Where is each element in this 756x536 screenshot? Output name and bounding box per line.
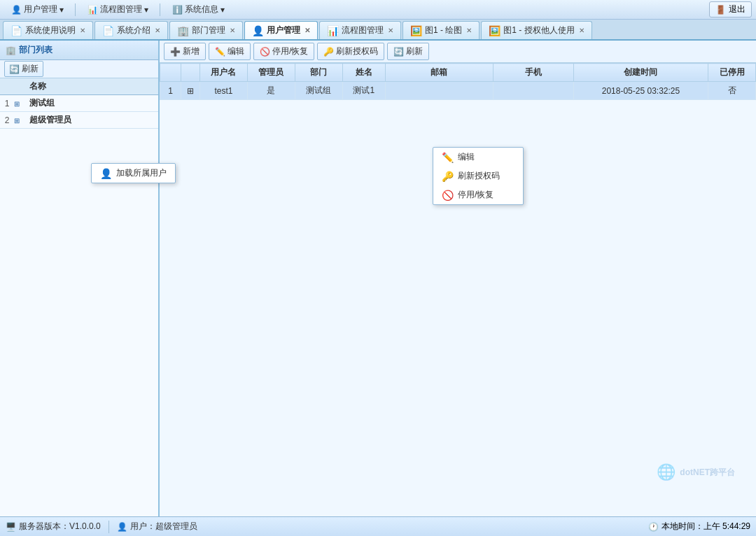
dept-row-1-expand[interactable]: ⊞ — [14, 99, 27, 108]
dept-row-2-name: 超级管理员 — [27, 114, 158, 126]
tab-close-user-mgmt[interactable]: ✕ — [304, 27, 310, 34]
status-user: 👤 用户：超级管理员 — [117, 521, 197, 533]
col-name: 姓名 — [342, 64, 385, 82]
status-sep-1 — [108, 521, 109, 533]
refresh-icon: 🔄 — [393, 47, 404, 57]
refresh-auth-button[interactable]: 🔑 刷新授权码 — [317, 43, 384, 60]
tab-bar: 📄 系统使用说明 ✕ 📄 系统介绍 ✕ 🏢 部门管理 ✕ 👤 用户管理 ✕ 📊 … — [0, 20, 756, 41]
dept-context-menu: 👤 加载所属用户 — [91, 163, 176, 183]
status-version: 🖥️ 服务器版本：V1.0.0.0 — [6, 521, 101, 533]
user-context-menu: ✏️ 编辑 🔑 刷新授权码 🚫 停用/恢复 — [433, 147, 524, 205]
user-row-1-expand[interactable]: ⊞ — [181, 82, 200, 100]
dept-table-header: 名称 — [0, 78, 158, 95]
user-row-1-admin: 是 — [247, 82, 295, 100]
ctx-refresh-auth-icon: 🔑 — [442, 171, 454, 182]
logout-icon: 🚪 — [715, 5, 726, 15]
user-row-1[interactable]: 1 ⊞ test1 是 测试组 测试1 2018-05-25 03:32:25 … — [160, 82, 756, 100]
col-created: 创建时间 — [573, 64, 708, 82]
disable-icon: 🚫 — [260, 47, 270, 57]
col-expand — [181, 64, 200, 82]
info-icon: ℹ️ — [172, 4, 183, 15]
tab-sys-intro[interactable]: 📄 系统介绍 ✕ — [94, 21, 168, 39]
logout-button[interactable]: 🚪 退出 — [709, 1, 752, 17]
dept-row-1-name: 测试组 — [27, 97, 158, 109]
tab-close-dept-mgmt[interactable]: ✕ — [230, 27, 235, 34]
ctx-edit-user[interactable]: ✏️ 编辑 — [433, 148, 523, 167]
menu-user-mgmt[interactable]: 👤 用户管理 ▾ — [4, 1, 70, 17]
dept-refresh-button[interactable]: 🔄 刷新 — [4, 61, 43, 77]
menu-flow-mgmt[interactable]: 📊 流程图管理 ▾ — [80, 1, 155, 17]
status-time: 🕐 本地时间：上午 5:44:29 — [648, 521, 750, 533]
right-toolbar: ➕ 新增 ✏️ 编辑 🚫 停用/恢复 🔑 刷新授权码 🔄 刷新 — [160, 41, 756, 63]
col-disabled: 已停用 — [708, 64, 756, 82]
dept-table: 名称 1 ⊞ 测试组 2 ⊞ 超级管理员 — [0, 78, 158, 516]
tab-close-sys-manual[interactable]: ✕ — [80, 27, 85, 34]
tab-icon-dept-mgmt: 🏢 — [177, 25, 189, 36]
add-icon: ➕ — [170, 47, 181, 57]
user-row-1-email — [385, 82, 493, 100]
dept-row-2-expand[interactable]: ⊞ — [14, 115, 27, 125]
edit-icon: ✏️ — [215, 47, 225, 57]
user-row-1-phone — [493, 82, 573, 100]
tab-flow-mgmt[interactable]: 📊 流程图管理 ✕ — [319, 21, 401, 39]
edit-user-button[interactable]: ✏️ 编辑 — [209, 43, 251, 60]
ctx-load-users-icon: 👤 — [100, 168, 112, 179]
tab-icon-sys-intro: 📄 — [102, 25, 114, 36]
main-area: 🏢 部门列表 🔄 刷新 名称 1 ⊞ 测试组 2 ⊞ 超级管理员 — [0, 41, 756, 516]
dept-row-2-num: 2 — [0, 115, 14, 125]
user-table: 用户名 管理员 部门 姓名 邮箱 手机 创建时间 已停用 1 ⊞ test1 — [160, 63, 756, 100]
user-row-1-name: 测试1 — [342, 82, 385, 100]
top-menubar: 👤 用户管理 ▾ 📊 流程图管理 ▾ ℹ️ 系统信息 ▾ 🚪 退出 — [0, 0, 756, 20]
menu-separator-1 — [75, 3, 76, 16]
tab-diagram1[interactable]: 🖼️ 图1 - 绘图 ✕ — [402, 21, 479, 39]
ctx-refresh-auth[interactable]: 🔑 刷新授权码 — [433, 167, 523, 185]
flow-mgmt-icon: 📊 — [87, 4, 98, 15]
col-phone: 手机 — [493, 64, 573, 82]
menu-sys-info[interactable]: ℹ️ 系统信息 ▾ — [165, 1, 231, 17]
disable-user-button[interactable]: 🚫 停用/恢复 — [253, 43, 314, 60]
dept-row-1-num: 1 — [0, 99, 14, 108]
tab-dept-mgmt[interactable]: 🏢 部门管理 ✕ — [169, 21, 243, 39]
left-toolbar: 🔄 刷新 — [0, 60, 158, 78]
col-admin: 管理员 — [247, 64, 295, 82]
tab-close-diagram1-auth[interactable]: ✕ — [579, 27, 584, 34]
user-row-1-created: 2018-05-25 03:32:25 — [573, 82, 708, 100]
col-email: 邮箱 — [385, 64, 493, 82]
clock-icon: 🕐 — [648, 522, 659, 532]
dept-refresh-icon: 🔄 — [9, 64, 20, 74]
user-mgmt-icon: 👤 — [10, 4, 22, 15]
ctx-load-users[interactable]: 👤 加载所属用户 — [92, 164, 175, 183]
menu-separator-2 — [160, 3, 160, 16]
tab-close-flow-mgmt[interactable]: ✕ — [388, 27, 393, 34]
refresh-auth-icon: 🔑 — [323, 47, 334, 57]
user-icon: 👤 — [117, 522, 127, 532]
user-row-1-num: 1 — [160, 82, 181, 100]
dept-col-name-header: 名称 — [27, 80, 158, 92]
refresh-button[interactable]: 🔄 刷新 — [387, 43, 429, 60]
tab-icon-diagram1: 🖼️ — [410, 25, 422, 36]
tab-icon-diagram1-auth: 🖼️ — [489, 25, 500, 36]
dept-row-2[interactable]: 2 ⊞ 超级管理员 — [0, 112, 158, 129]
tab-diagram1-auth[interactable]: 🖼️ 图1 - 授权他人使用 ✕ — [481, 21, 592, 39]
tab-user-mgmt[interactable]: 👤 用户管理 ✕ — [244, 21, 318, 39]
status-bar: 🖥️ 服务器版本：V1.0.0.0 👤 用户：超级管理员 🕐 本地时间：上午 5… — [0, 516, 756, 536]
tab-sys-manual[interactable]: 📄 系统使用说明 ✕ — [3, 21, 93, 39]
dept-panel-header: 🏢 部门列表 — [0, 41, 158, 60]
dept-row-1[interactable]: 1 ⊞ 测试组 — [0, 95, 158, 112]
tab-close-diagram1[interactable]: ✕ — [466, 27, 472, 34]
server-icon: 🖥️ — [6, 522, 16, 532]
right-panel: ➕ 新增 ✏️ 编辑 🚫 停用/恢复 🔑 刷新授权码 🔄 刷新 — [160, 41, 756, 516]
dept-list-icon: 🏢 — [6, 45, 16, 55]
ctx-disable-icon: 🚫 — [442, 190, 454, 201]
ctx-disable-user[interactable]: 🚫 停用/恢复 — [433, 185, 523, 204]
add-user-button[interactable]: ➕ 新增 — [164, 43, 206, 60]
ctx-edit-icon: ✏️ — [442, 152, 454, 163]
user-table-wrap: 用户名 管理员 部门 姓名 邮箱 手机 创建时间 已停用 1 ⊞ test1 — [160, 63, 756, 516]
user-row-1-username: test1 — [200, 82, 248, 100]
tab-icon-flow-mgmt: 📊 — [327, 25, 339, 36]
expand-icon: ⊞ — [187, 86, 194, 96]
tab-icon-sys-manual: 📄 — [10, 25, 22, 36]
user-row-1-dept: 测试组 — [295, 82, 342, 100]
tab-close-sys-intro[interactable]: ✕ — [155, 27, 160, 34]
tab-icon-user-mgmt: 👤 — [252, 25, 264, 36]
